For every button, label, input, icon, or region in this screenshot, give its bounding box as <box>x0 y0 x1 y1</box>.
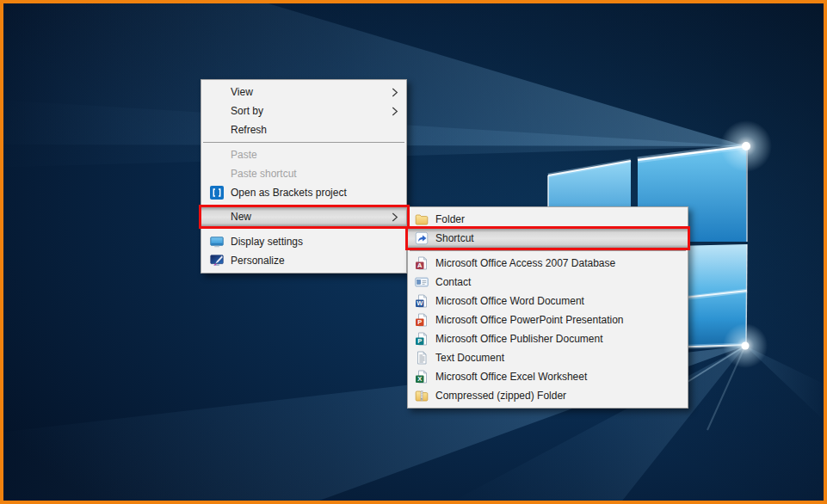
text-document-icon <box>415 351 429 365</box>
svg-text:P: P <box>417 318 422 326</box>
icon-placeholder <box>210 148 224 162</box>
desktop-context-menu: View Sort by Refresh Paste Paste shortcu… <box>201 79 407 274</box>
menu-item-refresh[interactable]: Refresh <box>201 120 406 139</box>
submenu-item-excel-worksheet[interactable]: X Microsoft Office Excel Worksheet <box>408 367 688 386</box>
icon-placeholder <box>210 123 224 137</box>
menu-separator <box>203 142 404 143</box>
menu-item-label: Display settings <box>231 236 303 248</box>
submenu-item-label: Microsoft Office Publisher Document <box>435 333 603 345</box>
submenu-item-access-database[interactable]: A Microsoft Office Access 2007 Database <box>408 254 688 273</box>
brackets-icon <box>210 186 224 200</box>
personalize-icon <box>210 254 224 267</box>
submenu-separator <box>410 250 686 251</box>
excel-icon: X <box>415 370 429 384</box>
submenu-item-label: Microsoft Office PowerPoint Presentation <box>435 314 624 326</box>
desktop: View Sort by Refresh Paste Paste shortcu… <box>0 0 827 504</box>
highlight-box-new <box>199 205 410 229</box>
access-icon: A <box>415 256 429 270</box>
submenu-item-label: Folder <box>435 213 465 225</box>
submenu-item-label: Text Document <box>435 352 504 364</box>
menu-item-label: Refresh <box>231 124 267 136</box>
svg-text:P: P <box>417 337 422 345</box>
submenu-item-publisher-document[interactable]: P Microsoft Office Publisher Document <box>408 329 688 348</box>
menu-item-label: Open as Brackets project <box>231 187 347 199</box>
menu-item-label: Sort by <box>231 105 263 117</box>
display-icon <box>210 235 224 249</box>
menu-item-personalize[interactable]: Personalize <box>201 251 406 270</box>
submenu-item-contact[interactable]: Contact <box>408 273 688 292</box>
icon-placeholder <box>210 85 224 99</box>
icon-placeholder <box>210 167 224 181</box>
highlight-box-shortcut <box>405 226 690 250</box>
publisher-icon: P <box>415 332 429 346</box>
folder-icon <box>415 212 429 226</box>
chevron-right-icon <box>392 107 398 116</box>
submenu-item-label: Microsoft Office Access 2007 Database <box>435 257 615 269</box>
chevron-right-icon <box>392 88 398 97</box>
powerpoint-icon: P <box>415 313 429 327</box>
submenu-item-label: Contact <box>435 276 471 288</box>
submenu-item-powerpoint-presentation[interactable]: P Microsoft Office PowerPoint Presentati… <box>408 310 688 329</box>
submenu-item-text-document[interactable]: Text Document <box>408 348 688 367</box>
menu-item-paste-shortcut: Paste shortcut <box>201 164 406 183</box>
menu-item-sort-by[interactable]: Sort by <box>201 101 406 120</box>
icon-placeholder <box>210 104 224 118</box>
menu-item-display-settings[interactable]: Display settings <box>201 232 406 251</box>
word-icon: W <box>415 294 429 308</box>
zip-folder-icon <box>415 389 429 403</box>
submenu-item-compressed-folder[interactable]: Compressed (zipped) Folder <box>408 386 688 405</box>
svg-text:W: W <box>417 299 423 307</box>
submenu-item-label: Microsoft Office Word Document <box>435 295 584 307</box>
menu-item-open-as-brackets-project[interactable]: Open as Brackets project <box>201 183 406 202</box>
menu-item-paste: Paste <box>201 145 406 164</box>
menu-item-view[interactable]: View <box>201 83 406 101</box>
submenu-item-label: Microsoft Office Excel Worksheet <box>435 371 587 383</box>
menu-item-label: View <box>231 86 253 98</box>
menu-item-label: Paste <box>231 149 257 161</box>
svg-text:X: X <box>417 375 422 383</box>
submenu-item-label: Compressed (zipped) Folder <box>435 390 566 402</box>
contact-icon <box>415 275 429 289</box>
submenu-item-word-document[interactable]: W Microsoft Office Word Document <box>408 292 688 310</box>
menu-item-label: Paste shortcut <box>231 168 297 180</box>
svg-text:A: A <box>417 261 423 269</box>
menu-item-label: Personalize <box>231 255 285 267</box>
